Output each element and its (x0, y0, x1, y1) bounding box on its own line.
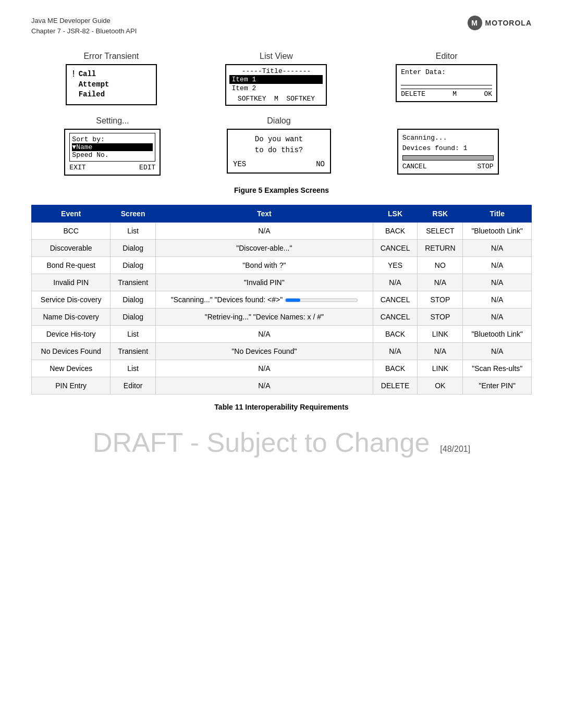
cell-screen-5: Dialog (111, 309, 156, 326)
cell-lsk-9: DELETE (373, 377, 417, 394)
header-text: Java ME Developer Guide Chapter 7 - JSR-… (31, 16, 137, 36)
cell-lsk-7: N/A (373, 343, 417, 360)
motorola-m-icon: M (468, 16, 482, 30)
dialog-no: NO (316, 160, 325, 168)
list-view-label: List View (260, 52, 293, 61)
cell-event-5: Name Dis-covery (32, 309, 111, 326)
scanning-cancel: CANCEL (402, 163, 427, 170)
table-row: New DevicesListN/ABACKLINK"Scan Res-ults… (32, 360, 532, 377)
cell-text-4: "Scanning..." "Devices found: <#>" (155, 291, 373, 309)
col-text: Text (155, 205, 373, 223)
cell-lsk-6: BACK (373, 326, 417, 343)
cell-screen-0: List (111, 223, 156, 240)
table-body: BCCListN/ABACKSELECT"Bluetooth Link"Disc… (32, 223, 532, 394)
cell-title-3: N/A (463, 274, 532, 291)
col-event: Event (32, 205, 111, 223)
setting-sort-label: Sort by: (72, 135, 153, 143)
error-content: ! CallAttemptFailed (71, 69, 152, 100)
col-lsk: LSK (373, 205, 417, 223)
editor-lsk: DELETE (401, 90, 425, 98)
scanning-progress-bar (402, 155, 494, 161)
screens-section: Error Transient ! CallAttemptFailed List… (31, 52, 532, 176)
cell-lsk-2: YES (373, 257, 417, 274)
cell-title-9: "Enter PIN" (463, 377, 532, 394)
list-view-screen: -----Title------- Item 1 Item 2 SOFTKEY … (225, 64, 327, 106)
cell-rsk-7: N/A (418, 343, 463, 360)
col-title: Title (463, 205, 532, 223)
interoperability-table: Event Screen Text LSK RSK Title BCCListN… (31, 205, 532, 394)
cell-title-7: N/A (463, 343, 532, 360)
col-screen: Screen (111, 205, 156, 223)
scanning-stop: STOP (477, 163, 493, 170)
table-row: Device His-toryListN/ABACKLINK"Bluetooth… (32, 326, 532, 343)
scanning-container: Scanning...Devices found: 1 CANCEL STOP (397, 116, 499, 175)
cell-screen-2: Dialog (111, 257, 156, 274)
cell-lsk-8: BACK (373, 360, 417, 377)
cell-event-6: Device His-tory (32, 326, 111, 343)
error-text: CallAttemptFailed (79, 69, 109, 100)
table-header-row: Event Screen Text LSK RSK Title (32, 205, 532, 223)
cell-event-0: BCC (32, 223, 111, 240)
cell-title-5: N/A (463, 309, 532, 326)
draft-text: DRAFT - Subject to Change (93, 427, 430, 458)
header-line2: Chapter 7 - JSR-82 - Bluetooth API (31, 26, 137, 36)
cell-rsk-6: LINK (418, 326, 463, 343)
table-row: No Devices FoundTransient"No Devices Fou… (32, 343, 532, 360)
scanning-text: Scanning...Devices found: 1 (402, 133, 494, 153)
cell-event-4: Service Dis-covery (32, 291, 111, 309)
table-row: Bond Re-questDialog"Bond with ?"YESNON/A (32, 257, 532, 274)
scanning-softkeys: CANCEL STOP (402, 163, 494, 170)
list-view-container: List View -----Title------- Item 1 Item … (225, 52, 327, 106)
cell-title-4: N/A (463, 291, 532, 309)
table-row: PIN EntryEditorN/ADELETEOK"Enter PIN" (32, 377, 532, 394)
cell-rsk-2: NO (418, 257, 463, 274)
cell-rsk-3: N/A (418, 274, 463, 291)
cell-lsk-3: N/A (373, 274, 417, 291)
motorola-logo: M MOTOROLA (468, 16, 532, 30)
draft-footer: DRAFT - Subject to Change [48/201] (31, 427, 532, 458)
editor-container: Editor Enter Data: DELETE M OK (396, 52, 497, 102)
cell-text-6: N/A (155, 326, 373, 343)
cell-title-2: N/A (463, 257, 532, 274)
list-item-1: Item 1 (229, 75, 323, 84)
setting-edit: EDIT (139, 164, 155, 171)
dialog-softkeys: YES NO (233, 160, 325, 168)
table-caption: Table 11 Interoperability Requirements (31, 403, 532, 411)
editor-title: Enter Data: (401, 68, 492, 76)
cell-title-1: N/A (463, 240, 532, 257)
cell-title-0: "Bluetooth Link" (463, 223, 532, 240)
scanning-screen: Scanning...Devices found: 1 CANCEL STOP (397, 129, 499, 175)
table-row: DiscoverableDialog"Discover-able..." CAN… (32, 240, 532, 257)
editor-softkeys: DELETE M OK (401, 89, 492, 98)
cell-text-3: "Invalid PIN" (155, 274, 373, 291)
cell-rsk-9: OK (418, 377, 463, 394)
setting-sort-box: Sort by: ▼Name Speed No. (69, 133, 155, 162)
cell-rsk-1: RETURN (418, 240, 463, 257)
scanning-label (447, 116, 449, 126)
cell-rsk-8: LINK (418, 360, 463, 377)
dialog-screen: Do you wantto do this? YES NO (227, 129, 331, 174)
table-row: Service Dis-coveryDialog"Scanning..." "D… (32, 291, 532, 309)
table-row: BCCListN/ABACKSELECT"Bluetooth Link" (32, 223, 532, 240)
setting-container: Setting... Sort by: ▼Name Speed No. EXIT… (64, 116, 161, 176)
editor-input-line (401, 78, 492, 85)
dialog-text: Do you wantto do this? (233, 134, 325, 156)
editor-m: M (452, 90, 457, 98)
figure-caption: Figure 5 Examples Screens (31, 186, 532, 194)
cell-text-5: "Retriev-ing..." "Device Names: x / #" (155, 309, 373, 326)
cell-text-9: N/A (155, 377, 373, 394)
dialog-label: Dialog (267, 116, 290, 126)
cell-event-3: Invalid PIN (32, 274, 111, 291)
list-title: -----Title------- (229, 67, 323, 75)
setting-screen: Sort by: ▼Name Speed No. EXIT EDIT (64, 129, 161, 176)
cell-rsk-0: SELECT (418, 223, 463, 240)
cell-screen-3: Transient (111, 274, 156, 291)
editor-rsk: OK (484, 90, 493, 98)
table-row: Name Dis-coveryDialog"Retriev-ing..." "D… (32, 309, 532, 326)
cell-event-9: PIN Entry (32, 377, 111, 394)
error-transient-container: Error Transient ! CallAttemptFailed (66, 52, 157, 105)
cell-text-2: "Bond with ?" (155, 257, 373, 274)
header-line1: Java ME Developer Guide (31, 16, 137, 26)
cell-event-2: Bond Re-quest (32, 257, 111, 274)
col-rsk: RSK (418, 205, 463, 223)
